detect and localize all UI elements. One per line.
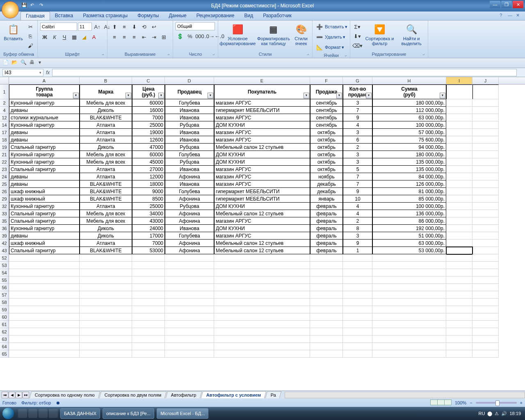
table-cell[interactable]: Мебельный салон 12 стульев <box>214 144 310 151</box>
table-cell[interactable] <box>472 180 499 188</box>
table-cell[interactable] <box>472 114 499 121</box>
row-header[interactable]: 65 <box>0 350 9 358</box>
row-header[interactable]: 18 <box>0 136 9 144</box>
formula-input[interactable] <box>52 69 517 76</box>
row-header[interactable]: 14 <box>0 121 9 129</box>
table-cell[interactable]: Спальный гарнитур <box>9 247 80 254</box>
font-name-combo[interactable] <box>40 23 77 31</box>
table-cell[interactable]: 19000 <box>132 129 165 136</box>
table-cell[interactable] <box>446 247 472 254</box>
table-cell[interactable] <box>446 217 472 225</box>
table-cell[interactable] <box>472 210 499 217</box>
table-cell[interactable]: ДОМ КУХНИ <box>214 151 310 158</box>
column-header[interactable]: A <box>9 77 80 84</box>
table-cell[interactable] <box>165 313 214 321</box>
table-cell[interactable]: Голубева <box>165 99 214 107</box>
table-cell[interactable]: сентябрь <box>310 114 343 121</box>
table-cell[interactable]: 45000 <box>132 158 165 166</box>
table-cell[interactable]: 1 <box>343 247 372 254</box>
paste-button[interactable]: 📋 Вставить <box>2 22 24 42</box>
table-cell[interactable] <box>343 269 372 276</box>
filter-dropdown-icon[interactable]: ▼ <box>304 93 309 98</box>
row-header[interactable]: 35 <box>0 217 9 225</box>
table-cell[interactable] <box>472 84 499 99</box>
table-cell[interactable] <box>80 350 132 358</box>
table-cell[interactable]: 112 000,00р. <box>372 107 446 114</box>
table-cell[interactable]: 10 <box>343 195 372 203</box>
table-cell[interactable] <box>132 254 165 262</box>
row-header[interactable]: 63 <box>0 336 9 343</box>
table-cell[interactable]: магазин АРГУС <box>214 232 310 240</box>
table-cell[interactable] <box>310 336 343 343</box>
fill-icon[interactable]: ⬇▾ <box>353 32 362 41</box>
table-cell[interactable]: диваны <box>9 129 80 136</box>
table-cell[interactable] <box>9 262 80 269</box>
cells-area[interactable]: Группатовара▼Марка▼Цена(руб.)▼Продавец▼П… <box>9 84 525 358</box>
align-left-icon[interactable]: ≡ <box>110 32 119 41</box>
table-cell[interactable]: диваны <box>9 173 80 180</box>
table-cell[interactable] <box>446 84 472 99</box>
table-cell[interactable]: 63 000,00р. <box>372 114 446 121</box>
comma-icon[interactable]: 000 <box>195 32 204 41</box>
filter-dropdown-icon[interactable]: ▼ <box>73 93 79 98</box>
table-cell[interactable] <box>472 144 499 151</box>
column-header[interactable]: J <box>472 77 499 84</box>
table-cell[interactable]: Атланта <box>80 166 132 173</box>
table-cell[interactable] <box>132 328 165 336</box>
select-all-corner[interactable] <box>0 77 9 84</box>
table-cell[interactable]: 126 000,00р. <box>372 180 446 188</box>
table-cell[interactable]: Атланта <box>80 136 132 144</box>
table-cell[interactable]: Иванова <box>165 129 214 136</box>
number-format-combo[interactable] <box>176 22 215 30</box>
table-cell[interactable] <box>472 107 499 114</box>
table-cell[interactable] <box>165 269 214 276</box>
table-header-cell[interactable]: Покупатель▼ <box>214 84 310 99</box>
table-cell[interactable] <box>80 299 132 306</box>
table-cell[interactable] <box>80 254 132 262</box>
table-cell[interactable] <box>446 321 472 328</box>
table-cell[interactable] <box>9 336 80 343</box>
row-header[interactable]: 42 <box>0 240 9 247</box>
table-cell[interactable]: 180 000,00р. <box>372 151 446 158</box>
table-cell[interactable] <box>165 328 214 336</box>
table-cell[interactable]: 4 <box>343 121 372 129</box>
delete-cells-button[interactable]: ➖Удалить▾ <box>315 32 345 41</box>
table-cell[interactable] <box>80 343 132 350</box>
table-cell[interactable] <box>310 284 343 291</box>
tab-first-icon[interactable]: ⏮ <box>2 392 8 398</box>
table-cell[interactable] <box>446 129 472 136</box>
table-header-cell[interactable]: Продавец▼ <box>165 84 214 99</box>
row-header[interactable]: 59 <box>0 306 9 313</box>
table-cell[interactable]: магазин АРГУС <box>214 114 310 121</box>
table-cell[interactable] <box>446 350 472 358</box>
table-cell[interactable] <box>343 328 372 336</box>
table-cell[interactable] <box>310 321 343 328</box>
table-cell[interactable] <box>472 151 499 158</box>
table-cell[interactable]: 53000 <box>132 247 165 254</box>
table-cell[interactable]: ДОМ КУХНИ <box>214 121 310 129</box>
table-cell[interactable] <box>9 284 80 291</box>
table-cell[interactable]: Мебельный салон 12 стульев <box>214 247 310 254</box>
table-cell[interactable] <box>472 188 499 195</box>
zoom-out-icon[interactable]: − <box>470 400 472 405</box>
table-cell[interactable]: магазин АРГУС <box>214 129 310 136</box>
table-cell[interactable] <box>472 225 499 232</box>
inc-decimal-icon[interactable]: .0→ <box>205 32 214 41</box>
column-header[interactable]: F <box>310 77 343 84</box>
table-cell[interactable]: 47000 <box>132 144 165 151</box>
table-cell[interactable] <box>446 158 472 166</box>
table-cell[interactable]: Кухонный гарнитур <box>9 203 80 210</box>
table-cell[interactable]: февраль <box>310 210 343 217</box>
table-cell[interactable]: 3 <box>343 99 372 107</box>
table-cell[interactable] <box>80 321 132 328</box>
column-header[interactable]: I <box>446 77 472 84</box>
table-cell[interactable] <box>446 99 472 107</box>
table-cell[interactable] <box>446 180 472 188</box>
table-cell[interactable] <box>472 276 499 284</box>
clear-icon[interactable]: ⌫▾ <box>353 41 362 50</box>
filter-dropdown-icon[interactable]: ▼ <box>208 93 213 98</box>
table-cell[interactable]: шкаф книжный <box>9 188 80 195</box>
table-cell[interactable]: 3 <box>343 151 372 158</box>
row-header[interactable]: 61 <box>0 321 9 328</box>
table-cell[interactable] <box>9 291 80 299</box>
